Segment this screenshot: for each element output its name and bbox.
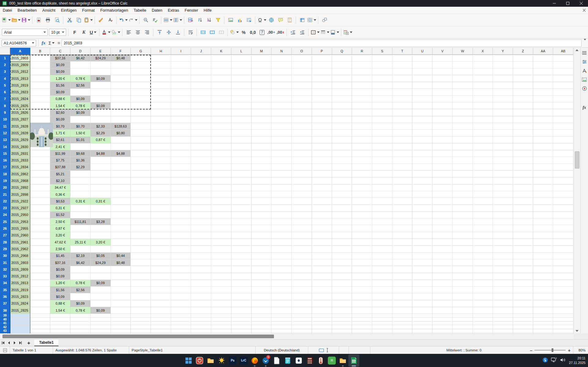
- cell-X25[interactable]: [473, 218, 493, 225]
- cell-P14[interactable]: [312, 143, 332, 150]
- cell-X15[interactable]: [473, 150, 493, 157]
- cell-O14[interactable]: [292, 143, 312, 150]
- cell-I30[interactable]: [171, 253, 191, 259]
- cell-R33[interactable]: [352, 273, 372, 280]
- cell-AA32[interactable]: [533, 266, 553, 273]
- cell-V15[interactable]: [433, 150, 453, 157]
- cell-P30[interactable]: [312, 253, 332, 259]
- align-right-icon[interactable]: [143, 28, 151, 37]
- cell-U39[interactable]: [412, 314, 433, 317]
- cell-C43[interactable]: [50, 329, 70, 333]
- cell-T31[interactable]: [392, 259, 413, 266]
- row-header-43[interactable]: 43: [0, 329, 10, 333]
- cell-U30[interactable]: [412, 253, 433, 259]
- cell-U4[interactable]: [412, 75, 433, 82]
- cell-D39[interactable]: [70, 314, 91, 317]
- cell-X24[interactable]: [473, 212, 493, 218]
- cell-N2[interactable]: [272, 61, 292, 68]
- cell-AB25[interactable]: [553, 218, 573, 225]
- horizontal-scrollbar[interactable]: [0, 333, 574, 339]
- cell-M43[interactable]: [252, 329, 272, 333]
- percent-button[interactable]: %: [239, 28, 248, 37]
- cell-J16[interactable]: [191, 157, 211, 164]
- select-all-corner[interactable]: [0, 48, 10, 55]
- cell-Y11[interactable]: [493, 123, 513, 130]
- cell-D5[interactable]: $2,56: [70, 82, 91, 89]
- cell-R40[interactable]: [352, 318, 372, 321]
- cell-B38[interactable]: [30, 307, 51, 314]
- cell-I34[interactable]: [171, 280, 191, 287]
- cell-J34[interactable]: [191, 280, 211, 287]
- cell-K7[interactable]: [211, 96, 231, 102]
- cell-E6[interactable]: [91, 89, 111, 95]
- cell-E27[interactable]: [91, 232, 111, 239]
- cell-I19[interactable]: [171, 177, 191, 184]
- cell-H31[interactable]: [151, 259, 171, 266]
- cell-AA16[interactable]: [533, 157, 553, 164]
- cell-S40[interactable]: [372, 318, 392, 321]
- cell-C39[interactable]: [50, 314, 70, 317]
- cell-H24[interactable]: [151, 212, 171, 218]
- number-format-button[interactable]: 0,0: [249, 28, 257, 37]
- cell-A6[interactable]: 2015_2823: [10, 89, 30, 95]
- cell-K30[interactable]: [211, 253, 231, 259]
- cell-U3[interactable]: [412, 69, 433, 75]
- cell-N32[interactable]: [272, 266, 292, 273]
- cell-W39[interactable]: [453, 314, 473, 317]
- cell-C1[interactable]: $37,16: [50, 55, 70, 61]
- cell-H8[interactable]: [151, 102, 171, 109]
- cell-M32[interactable]: [252, 266, 272, 273]
- cell-Q8[interactable]: [332, 102, 352, 109]
- cell-AA34[interactable]: [533, 280, 553, 287]
- cell-P42[interactable]: [312, 325, 332, 329]
- cell-W14[interactable]: [453, 143, 473, 150]
- cell-J43[interactable]: [191, 329, 211, 333]
- cell-Y24[interactable]: [493, 212, 513, 218]
- column-header-Y[interactable]: Y: [493, 48, 513, 55]
- sort-icon[interactable]: [186, 16, 195, 24]
- cell-Q17[interactable]: [332, 164, 352, 171]
- cell-T39[interactable]: [392, 314, 413, 317]
- cell-X37[interactable]: [473, 300, 493, 307]
- wrap-text-icon[interactable]: [186, 28, 195, 37]
- cell-Y21[interactable]: [493, 191, 513, 198]
- cell-X7[interactable]: [473, 96, 493, 102]
- cell-R35[interactable]: [352, 287, 372, 293]
- row-header-21[interactable]: 21: [0, 191, 10, 198]
- cell-B26[interactable]: [30, 225, 51, 232]
- cell-E17[interactable]: [91, 164, 111, 171]
- cell-A22[interactable]: 2015_2922: [10, 198, 30, 205]
- column-header-V[interactable]: V: [433, 48, 453, 55]
- cell-I26[interactable]: [171, 225, 191, 232]
- cell-H22[interactable]: [151, 198, 171, 205]
- column-header-W[interactable]: W: [453, 48, 473, 55]
- row-header-42[interactable]: 42: [0, 325, 10, 329]
- cell-K16[interactable]: [211, 157, 231, 164]
- align-bottom-icon[interactable]: [174, 28, 182, 37]
- cell-S28[interactable]: [372, 239, 392, 246]
- cell-O26[interactable]: [292, 225, 312, 232]
- cell-AA23[interactable]: [533, 205, 553, 212]
- cell-D37[interactable]: $0,09: [70, 300, 91, 307]
- cell-V28[interactable]: [433, 239, 453, 246]
- column-header-I[interactable]: I: [171, 48, 191, 55]
- select-sum-icon[interactable]: Σ: [47, 39, 56, 47]
- cell-H25[interactable]: [151, 218, 171, 225]
- cell-Z37[interactable]: [513, 300, 533, 307]
- cell-K14[interactable]: [211, 143, 231, 150]
- cell-N31[interactable]: [272, 259, 292, 266]
- cell-Q39[interactable]: [332, 314, 352, 317]
- cell-B18[interactable]: [30, 171, 51, 177]
- scroll-down-icon[interactable]: [575, 330, 579, 332]
- cell-AB23[interactable]: [553, 205, 573, 212]
- cell-L30[interactable]: [231, 253, 252, 259]
- cell-F26[interactable]: [111, 225, 131, 232]
- cell-AA4[interactable]: [533, 75, 553, 82]
- cell-R14[interactable]: [352, 143, 372, 150]
- cell-W42[interactable]: [453, 325, 473, 329]
- cell-R10[interactable]: [352, 116, 372, 123]
- cell-K41[interactable]: [211, 321, 231, 325]
- cell-V1[interactable]: [433, 55, 453, 61]
- unmerge-cells-icon[interactable]: [217, 28, 226, 37]
- cell-B8[interactable]: [30, 102, 51, 109]
